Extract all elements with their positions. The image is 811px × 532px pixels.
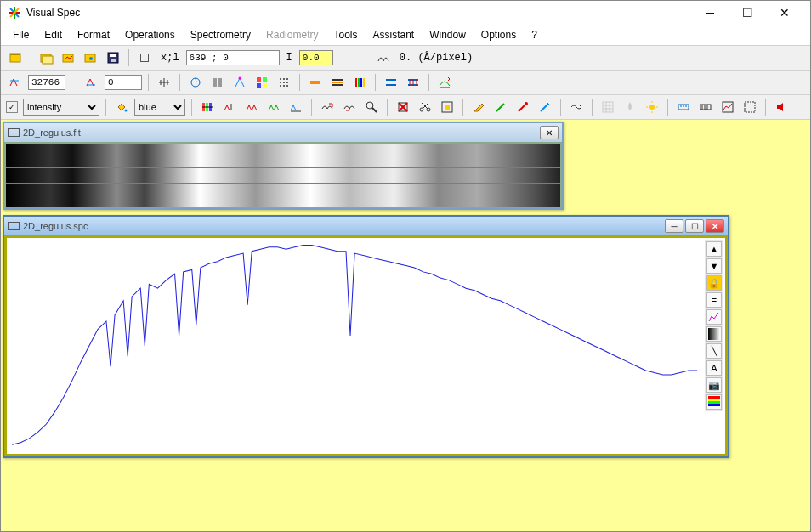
color-select[interactable]: blue: [134, 99, 185, 116]
cut-button[interactable]: [416, 98, 434, 116]
s-tool-6[interactable]: [318, 98, 337, 116]
svg-point-10: [89, 57, 93, 60]
tool-b2[interactable]: [328, 73, 347, 92]
ruler-b-button[interactable]: [696, 98, 715, 116]
s-tool-7[interactable]: [340, 98, 359, 116]
menu-tools[interactable]: Tools: [326, 26, 364, 43]
draw-c-button[interactable]: [536, 98, 554, 116]
equals-icon[interactable]: =: [706, 292, 722, 308]
open-reference-button[interactable]: [82, 48, 100, 67]
svg-rect-39: [360, 78, 362, 87]
threshold-high-input[interactable]: [28, 75, 65, 90]
checkbox-button[interactable]: [135, 48, 154, 67]
tool-a1[interactable]: [155, 73, 173, 92]
svg-rect-40: [363, 78, 365, 87]
series-select[interactable]: intensity: [23, 99, 99, 116]
tool-a6[interactable]: [275, 73, 293, 92]
svg-rect-18: [218, 78, 222, 87]
tool-a5[interactable]: [252, 73, 271, 92]
menu-operations[interactable]: Operations: [118, 26, 182, 43]
open-image-button[interactable]: [37, 48, 56, 67]
window-spc[interactable]: 2D_regulus.spc ─ ☐ ✕ ▲ ▼ 🔒 = ╲ A 📷: [3, 215, 729, 458]
window-fit[interactable]: 2D_regulus.fit ✕: [3, 122, 564, 210]
cursor-value-input[interactable]: [186, 50, 280, 65]
svg-rect-7: [43, 56, 53, 64]
threshold-low-icon[interactable]: [82, 73, 101, 92]
close-button[interactable]: ✕: [766, 1, 803, 25]
tool-b3[interactable]: [350, 73, 369, 92]
erase-button[interactable]: [394, 98, 412, 116]
window-spc-title: 2D_regulus.spc: [23, 221, 663, 231]
cursor-down-icon[interactable]: ▼: [706, 258, 722, 274]
menu-edit[interactable]: Edit: [37, 26, 69, 43]
svg-point-31: [283, 85, 285, 87]
sun-button[interactable]: [643, 98, 661, 116]
tool-a3[interactable]: [208, 73, 227, 92]
lock-icon[interactable]: 🔒: [706, 275, 722, 291]
flow-button[interactable]: [567, 98, 586, 116]
svg-line-56: [372, 108, 377, 112]
rainbow-icon[interactable]: [706, 394, 722, 410]
draw-a-button[interactable]: [491, 98, 510, 116]
menu-spectrometry[interactable]: Spectrometry: [184, 26, 258, 43]
s-tool-5[interactable]: [286, 98, 305, 116]
svg-rect-12: [110, 54, 116, 57]
graph-button[interactable]: [718, 98, 737, 116]
svg-rect-41: [386, 79, 396, 81]
window-spc-min-button[interactable]: ─: [665, 219, 683, 233]
s-tool-3[interactable]: [242, 98, 261, 116]
new-button[interactable]: [6, 48, 25, 67]
menu-file[interactable]: File: [6, 26, 36, 43]
menu-help[interactable]: ?: [525, 26, 544, 43]
save-button[interactable]: [104, 48, 122, 67]
gradient-icon[interactable]: [706, 326, 722, 342]
s-tool-4[interactable]: [264, 98, 283, 116]
spectrum-image[interactable]: [6, 144, 560, 207]
svg-point-24: [280, 78, 281, 80]
svg-rect-8: [63, 54, 73, 62]
drop-button[interactable]: [621, 98, 639, 116]
s-tool-2[interactable]: [220, 98, 239, 116]
menu-assistant[interactable]: Assistant: [366, 26, 421, 43]
pencil-button[interactable]: [469, 98, 488, 116]
zoom-button[interactable]: [362, 98, 381, 116]
tool-a2[interactable]: [186, 73, 205, 92]
open-profile-button[interactable]: [60, 48, 78, 67]
svg-point-19: [239, 77, 241, 80]
threshold-low-input[interactable]: [105, 75, 142, 90]
svg-rect-89: [708, 399, 720, 401]
menu-format[interactable]: Format: [71, 26, 116, 43]
svg-rect-86: [745, 102, 755, 112]
window-spc-close-button[interactable]: ✕: [706, 219, 724, 233]
app-icon: [8, 6, 21, 20]
tool-c2[interactable]: [404, 73, 423, 92]
paintbucket-button[interactable]: [112, 98, 131, 116]
intensity-value-input[interactable]: [299, 50, 333, 65]
tool-c1[interactable]: [382, 73, 400, 92]
menu-options[interactable]: Options: [474, 26, 523, 43]
dotted-button[interactable]: [740, 98, 759, 116]
camera-icon[interactable]: 📷: [706, 377, 722, 393]
window-fit-close-button[interactable]: ✕: [540, 126, 559, 139]
spectrum-plot[interactable]: [7, 238, 725, 454]
ruler-a-button[interactable]: [674, 98, 693, 116]
menu-window[interactable]: Window: [423, 26, 473, 43]
text-icon[interactable]: A: [706, 360, 722, 376]
line-icon[interactable]: ╲: [706, 343, 722, 359]
s-tool-1[interactable]: [198, 98, 217, 116]
tool-a4[interactable]: [230, 73, 249, 92]
tool-d1[interactable]: [435, 73, 454, 92]
window-spc-max-button[interactable]: ☐: [685, 219, 704, 233]
crop-button[interactable]: [438, 98, 457, 116]
cursor-up-icon[interactable]: ▲: [706, 241, 722, 257]
sound-button[interactable]: [772, 98, 791, 116]
tool-b1[interactable]: [306, 73, 325, 92]
chart-icon[interactable]: [706, 309, 722, 325]
threshold-high-icon[interactable]: [6, 73, 25, 92]
draw-b-button[interactable]: [513, 98, 532, 116]
maximize-button[interactable]: ☐: [729, 1, 766, 25]
grid-button[interactable]: [598, 98, 617, 116]
minimize-button[interactable]: ─: [691, 1, 729, 25]
cursor-label: x;l: [157, 52, 183, 64]
svg-rect-35: [332, 82, 343, 83]
